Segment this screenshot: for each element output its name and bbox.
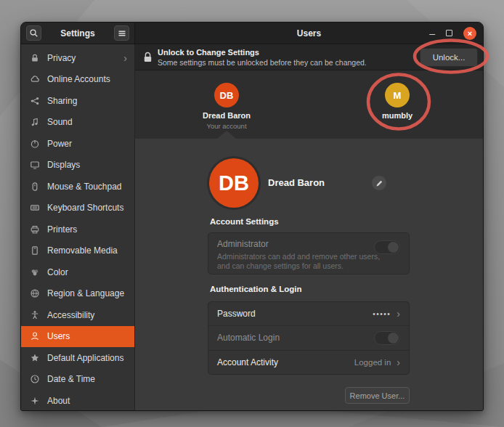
toggle-knob bbox=[388, 242, 399, 253]
sidebar-item-about[interactable]: About bbox=[21, 390, 134, 411]
chevron-right-icon: › bbox=[397, 309, 400, 319]
power-icon bbox=[30, 139, 40, 149]
administrator-label: Administrator bbox=[217, 239, 400, 249]
chevron-right-icon: › bbox=[123, 53, 127, 63]
sidebar: Privacy›Online AccountsSharingSoundPower… bbox=[21, 44, 135, 410]
user-subtitle: Your account bbox=[187, 122, 267, 130]
automatic-login-label: Automatic Login bbox=[217, 333, 280, 343]
edit-name-button[interactable] bbox=[371, 175, 387, 191]
sidebar-item-label: About bbox=[47, 396, 70, 406]
share-icon bbox=[30, 96, 40, 106]
star-icon bbox=[30, 353, 40, 363]
sidebar-item-users[interactable]: Users bbox=[21, 326, 134, 348]
keyboard-icon bbox=[30, 203, 40, 213]
display-icon bbox=[30, 160, 40, 170]
account-activity-row[interactable]: Account Activity Logged in › bbox=[208, 350, 409, 374]
removable-media-icon bbox=[30, 245, 40, 256]
titlebar: Settings Users – × bbox=[21, 23, 483, 44]
sidebar-item-label: Displays bbox=[47, 160, 80, 170]
lock-icon bbox=[30, 53, 40, 63]
account-settings-header: Account Settings bbox=[210, 217, 279, 226]
sidebar-list: Privacy›Online AccountsSharingSoundPower… bbox=[21, 47, 134, 411]
window-controls: – × bbox=[429, 27, 476, 40]
starburst-icon bbox=[30, 396, 40, 406]
close-button[interactable]: × bbox=[463, 27, 476, 40]
minimize-button[interactable]: – bbox=[429, 30, 435, 37]
sidebar-item-label: Printers bbox=[47, 224, 77, 235]
remove-user-button[interactable]: Remove User... bbox=[345, 387, 410, 404]
sidebar-item-date-time[interactable]: Date & Time bbox=[21, 369, 134, 391]
account-activity-label: Account Activity bbox=[217, 357, 278, 367]
sidebar-item-label: Users bbox=[47, 331, 70, 341]
sidebar-item-sharing[interactable]: Sharing bbox=[21, 90, 134, 112]
avatar: M bbox=[385, 83, 410, 107]
unlock-button[interactable]: Unlock... bbox=[420, 48, 478, 67]
password-row[interactable]: Password ••••• › bbox=[208, 302, 409, 325]
sidebar-item-label: Date & Time bbox=[47, 374, 95, 384]
mouse-icon bbox=[30, 182, 40, 192]
password-label: Password bbox=[217, 309, 256, 319]
administrator-toggle[interactable] bbox=[374, 240, 400, 254]
selected-user-notch bbox=[217, 131, 236, 139]
lock-icon bbox=[143, 52, 153, 63]
administrator-card: Administrator Administrators can add and… bbox=[208, 232, 410, 274]
sidebar-item-label: Removable Media bbox=[47, 245, 118, 256]
pencil-icon bbox=[375, 179, 383, 187]
sidebar-item-removable-media[interactable]: Removable Media bbox=[21, 240, 134, 262]
user-name: Dread Baron bbox=[187, 111, 267, 120]
user-tile-dread-baron[interactable]: DB Dread Baron Your account bbox=[187, 70, 267, 130]
automatic-login-toggle[interactable] bbox=[374, 331, 400, 345]
sidebar-item-label: Online Accounts bbox=[47, 74, 110, 84]
sidebar-item-label: Color bbox=[47, 267, 68, 277]
sidebar-item-printers[interactable]: Printers bbox=[21, 219, 134, 240]
account-activity-value: Logged in bbox=[354, 358, 391, 367]
sidebar-item-power[interactable]: Power bbox=[21, 133, 134, 155]
settings-window: Settings Users – × Privacy›Online Accoun… bbox=[20, 22, 484, 411]
sidebar-item-label: Accessibility bbox=[47, 310, 94, 320]
user-carousel: DB Dread Baron Your account M mumbly bbox=[135, 70, 483, 139]
sidebar-item-label: Sound bbox=[47, 117, 73, 127]
color-icon bbox=[30, 267, 40, 277]
sidebar-header: Settings bbox=[21, 23, 135, 44]
users-panel: Unlock to Change Settings Some settings … bbox=[135, 44, 483, 410]
search-button[interactable] bbox=[26, 25, 41, 41]
profile-avatar: DB bbox=[209, 158, 259, 208]
accessibility-icon bbox=[30, 310, 40, 320]
globe-icon bbox=[30, 288, 40, 298]
menu-button[interactable] bbox=[114, 25, 129, 41]
hamburger-icon bbox=[118, 29, 126, 38]
authentication-header: Authentication & Login bbox=[210, 285, 301, 293]
avatar: DB bbox=[214, 83, 239, 107]
sidebar-item-label: Power bbox=[47, 139, 72, 149]
password-value: ••••• bbox=[373, 310, 391, 318]
sidebar-item-sound[interactable]: Sound bbox=[21, 112, 134, 134]
sidebar-item-color[interactable]: Color bbox=[21, 261, 134, 283]
maximize-button[interactable] bbox=[446, 30, 452, 36]
sidebar-item-online-accounts[interactable]: Online Accounts bbox=[21, 69, 134, 91]
toggle-knob bbox=[388, 333, 399, 343]
sidebar-item-mouse-touchpad[interactable]: Mouse & Touchpad bbox=[21, 176, 134, 198]
sidebar-item-privacy[interactable]: Privacy› bbox=[21, 47, 134, 69]
authentication-card: Password ••••• › Automatic Login Ac bbox=[208, 301, 410, 375]
unlock-banner-title: Unlock to Change Settings bbox=[158, 48, 259, 57]
music-note-icon bbox=[30, 117, 40, 127]
sidebar-item-label: Region & Language bbox=[47, 288, 124, 298]
user-tile-mumbly[interactable]: M mumbly bbox=[357, 70, 437, 120]
cloud-icon bbox=[30, 74, 40, 84]
sidebar-item-keyboard-shortcuts[interactable]: Keyboard Shortcuts bbox=[21, 198, 134, 219]
search-icon bbox=[29, 28, 38, 38]
unlock-banner-subtitle: Some settings must be unlocked before th… bbox=[158, 58, 367, 67]
sidebar-item-label: Keyboard Shortcuts bbox=[47, 203, 123, 213]
sidebar-item-accessibility[interactable]: Accessibility bbox=[21, 304, 134, 326]
clock-icon bbox=[30, 374, 40, 384]
sidebar-item-label: Mouse & Touchpad bbox=[47, 182, 122, 192]
sidebar-item-default-applications[interactable]: Default Applications bbox=[21, 347, 134, 369]
sidebar-item-label: Sharing bbox=[47, 96, 77, 106]
unlock-banner: Unlock to Change Settings Some settings … bbox=[135, 44, 483, 70]
sidebar-item-region-language[interactable]: Region & Language bbox=[21, 283, 134, 305]
user-details: DB Dread Baron Account Settings Administ… bbox=[135, 139, 483, 410]
sidebar-item-displays[interactable]: Displays bbox=[21, 155, 134, 176]
settings-title: Settings bbox=[60, 28, 94, 38]
profile-name: Dread Baron bbox=[268, 177, 325, 188]
automatic-login-row: Automatic Login bbox=[208, 325, 409, 349]
